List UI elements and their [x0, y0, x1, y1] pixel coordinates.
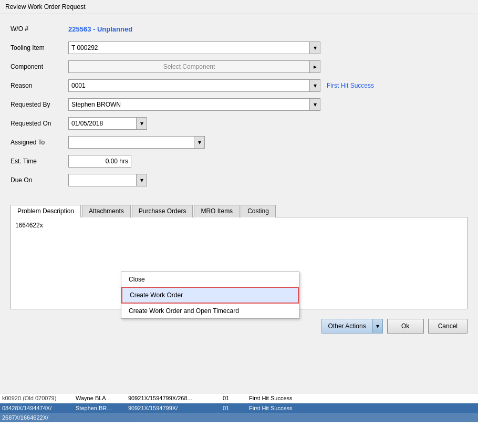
tab-attachments[interactable]: Attachments [82, 205, 131, 217]
tab-problem-description[interactable]: Problem Description [11, 205, 81, 217]
requested-by-row: Requested By Stephen BROWN ▾ [11, 97, 467, 112]
table-row: k00920 (Old 070079) Wayne BLA... 90921X/… [0, 393, 478, 403]
requested-by-dropdown[interactable]: Stephen BROWN ▾ [68, 98, 320, 111]
chevron-down-icon: ▾ [198, 139, 201, 146]
reason-label: Reason [11, 82, 68, 89]
chevron-right-icon: ▸ [314, 63, 317, 70]
component-control: Select Component ▸ [68, 60, 467, 73]
table-cell-ref-2: 90921X/1594799X/ [126, 404, 221, 412]
form-area: W/O # 225563 - Unplanned Tooling Item T … [0, 14, 478, 199]
other-actions-button[interactable]: Other Actions ▾ [321, 319, 383, 334]
tooling-item-label: Tooling Item [11, 44, 68, 51]
create-wo-label: Create Work Order [130, 291, 183, 299]
reason-dropdown-btn[interactable]: ▾ [309, 80, 320, 91]
table-row-highlighted-2: 2687X/1664622X/ [0, 413, 478, 422]
problem-text: 1664622x [15, 222, 43, 229]
assigned-to-dropdown-btn[interactable]: ▾ [194, 137, 204, 148]
chevron-down-icon: ▾ [314, 82, 317, 89]
tabs-row: Problem Description Attachments Purchase… [11, 204, 467, 217]
tooling-item-value: T 000292 [69, 43, 309, 53]
est-time-input[interactable] [68, 155, 131, 168]
other-actions-label: Other Actions [322, 322, 372, 330]
due-on-dropdown-btn[interactable]: ▾ [136, 174, 147, 186]
requested-on-dropdown[interactable]: 01/05/2018 ▾ [68, 117, 147, 130]
table-cell-status-3 [247, 414, 478, 421]
close-menu-label: Close [129, 276, 145, 283]
table-cell-status-2: First Hit Success [247, 404, 478, 412]
menu-item-close[interactable]: Close [121, 272, 299, 287]
chevron-down-icon: ▾ [314, 44, 317, 51]
requested-by-label: Requested By [11, 101, 68, 108]
table-row-highlighted: 08428X/1494474X/ Stephen BR... 90921X/15… [0, 403, 478, 413]
requested-on-label: Requested On [11, 120, 68, 127]
table-cell-id-1: k00920 (Old 070079) [0, 394, 74, 402]
assigned-to-control: ▾ [68, 136, 467, 149]
table-cell-num-2: 01 [221, 404, 247, 412]
tab-costing-label: Costing [247, 207, 269, 215]
first-hit-success-label: First Hit Success [327, 82, 374, 89]
assigned-to-label: Assigned To [11, 139, 68, 146]
tab-purchase-orders[interactable]: Purchase Orders [132, 205, 193, 217]
chevron-down-icon: ▾ [376, 322, 379, 330]
menu-item-create-wo[interactable]: Create Work Order [121, 287, 299, 304]
chevron-down-icon: ▾ [314, 101, 317, 108]
table-cell-name-1: Wayne BLA... [74, 394, 126, 402]
component-label: Component [11, 63, 68, 70]
est-time-control [68, 155, 467, 168]
title-bar: Review Work Order Request [0, 0, 478, 14]
requested-on-control: 01/05/2018 ▾ [68, 117, 467, 130]
est-time-label: Est. Time [11, 158, 68, 165]
requested-on-row: Requested On 01/05/2018 ▾ [11, 116, 467, 131]
button-row: Close Create Work Order Create Work Orde… [0, 314, 478, 339]
reason-row: Reason 0001 ▾ First Hit Success [11, 78, 467, 93]
table-cell-num-3 [221, 414, 247, 421]
table-cell-ref-3 [126, 414, 221, 421]
table-cell-id-2: 08428X/1494474X/ [0, 404, 74, 412]
bottom-table: k00920 (Old 070079) Wayne BLA... 90921X/… [0, 393, 478, 448]
reason-dropdown[interactable]: 0001 ▾ [68, 79, 320, 92]
table-cell-name-3 [74, 414, 126, 421]
ok-button[interactable]: Ok [387, 319, 424, 334]
assigned-to-dropdown[interactable]: ▾ [68, 136, 205, 149]
requested-by-control: Stephen BROWN ▾ [68, 98, 467, 111]
chevron-down-icon: ▾ [140, 176, 143, 184]
tab-problem-label: Problem Description [17, 207, 74, 215]
requested-by-value: Stephen BROWN [69, 100, 309, 109]
main-window: Review Work Order Request W/O # 225563 -… [0, 0, 478, 448]
table-cell-id-3: 2687X/1664622X/ [0, 414, 74, 421]
component-placeholder: Select Component [69, 63, 309, 70]
tab-mro-items[interactable]: MRO Items [194, 205, 240, 217]
tab-attachments-label: Attachments [89, 207, 124, 215]
menu-item-create-wo-timecard[interactable]: Create Work Order and Open Timecard [121, 304, 299, 318]
cancel-button[interactable]: Cancel [428, 319, 467, 334]
due-on-dropdown[interactable]: ▾ [68, 174, 147, 186]
component-select[interactable]: Select Component ▸ [68, 60, 320, 73]
create-wo-timecard-label: Create Work Order and Open Timecard [129, 307, 239, 315]
chevron-down-icon: ▾ [140, 120, 143, 127]
tooling-item-dropdown-btn[interactable]: ▾ [309, 42, 320, 54]
other-actions-dropdown-menu: Close Create Work Order Create Work Orde… [121, 272, 299, 319]
component-row: Component Select Component ▸ [11, 59, 467, 74]
wo-value-wrap: 225563 - Unplanned [68, 25, 467, 33]
reason-value: 0001 [69, 81, 309, 90]
other-actions-arrow-btn[interactable]: ▾ [372, 319, 382, 333]
table-cell-ref-1: 90921X/1594799X/268... [126, 394, 221, 402]
table-cell-name-2: Stephen BR... [74, 404, 126, 412]
due-on-control: ▾ [68, 174, 467, 186]
wo-value: 225563 - Unplanned [68, 25, 132, 33]
component-dropdown-btn[interactable]: ▸ [309, 61, 320, 72]
requested-by-dropdown-btn[interactable]: ▾ [309, 99, 320, 110]
due-on-row: Due On ▾ [11, 173, 467, 187]
tooling-item-dropdown[interactable]: T 000292 ▾ [68, 41, 320, 54]
due-on-value [69, 179, 136, 181]
wo-label: W/O # [11, 25, 68, 33]
requested-on-dropdown-btn[interactable]: ▾ [136, 118, 147, 129]
requested-on-value: 01/05/2018 [69, 119, 136, 128]
tooling-item-control: T 000292 ▾ [68, 41, 467, 54]
due-on-label: Due On [11, 176, 68, 184]
est-time-row: Est. Time [11, 154, 467, 169]
tab-costing[interactable]: Costing [241, 205, 276, 217]
tab-mro-items-label: MRO Items [201, 207, 233, 215]
table-cell-num-1: 01 [221, 394, 247, 402]
tooling-item-row: Tooling Item T 000292 ▾ [11, 40, 467, 55]
